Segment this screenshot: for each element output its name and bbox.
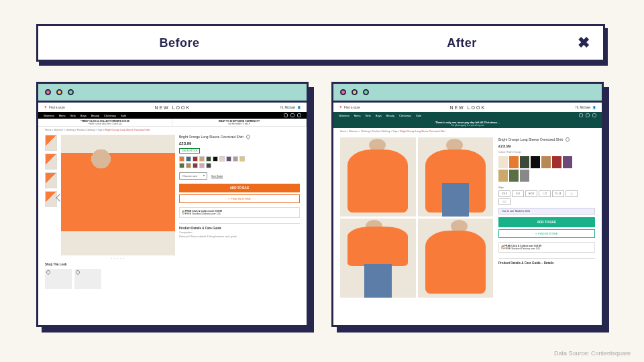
product-image[interactable] xyxy=(340,137,416,217)
traffic-close-icon xyxy=(340,89,346,95)
color-swatch[interactable] xyxy=(226,156,231,162)
primary-nav: Womens Mens Girls Boys Beauty Christmas … xyxy=(333,112,602,119)
variant-thumbnail[interactable] xyxy=(509,170,519,182)
nav-sale[interactable]: Sale xyxy=(416,114,421,117)
store-locator[interactable]: Find a store xyxy=(344,106,360,109)
breadcrumb[interactable]: Home > Womens > Clothing > Fashion Cloth… xyxy=(38,127,307,133)
variant-thumbnail[interactable] xyxy=(541,156,551,168)
nav-mens[interactable]: Mens xyxy=(354,114,361,117)
add-to-bag-button[interactable]: ADD TO BAG xyxy=(498,217,595,227)
add-to-bag-button[interactable]: ADD TO BAG xyxy=(179,184,300,192)
color-swatch[interactable] xyxy=(186,163,191,168)
size-option[interactable]: M 10 xyxy=(525,190,537,197)
wishlist-icon[interactable] xyxy=(586,113,590,117)
color-swatch[interactable] xyxy=(239,156,245,162)
nav-sale[interactable]: Sale xyxy=(121,114,126,117)
nav-boys[interactable]: Boys xyxy=(376,114,382,117)
nav-mens[interactable]: Mens xyxy=(59,114,66,117)
thumbnail[interactable] xyxy=(45,135,57,151)
banner-sub: Get gift-wrapping & a special sip now xyxy=(451,124,484,127)
size-option[interactable]: L 12 xyxy=(539,190,551,197)
user-icon: 👤 xyxy=(297,106,301,109)
product-image[interactable] xyxy=(418,137,494,217)
look-card[interactable] xyxy=(74,269,101,289)
heart-icon[interactable] xyxy=(246,134,251,139)
nav-womens[interactable]: Womens xyxy=(339,114,350,117)
primary-nav: Womens Mens Girls Boys Beauty Christmas … xyxy=(38,112,307,119)
variant-thumbnail[interactable] xyxy=(520,156,529,168)
product-price: £23.99 xyxy=(179,141,300,145)
color-swatch[interactable] xyxy=(179,156,184,162)
nav-beauty[interactable]: Beauty xyxy=(91,114,99,117)
look-card[interactable] xyxy=(45,269,72,289)
carousel-dots[interactable]: • • • • • xyxy=(61,257,175,260)
brand-logo[interactable]: NEW LOOK xyxy=(154,105,191,110)
size-option[interactable]: XL 14 xyxy=(552,190,564,197)
nav-womens[interactable]: Womens xyxy=(44,114,54,117)
nav-christmas[interactable]: Christmas xyxy=(104,114,116,117)
store-locator[interactable]: Find a store xyxy=(49,106,65,109)
product-image[interactable] xyxy=(340,219,416,298)
variant-thumbnail[interactable] xyxy=(552,156,561,168)
wishlist-icon[interactable] xyxy=(290,113,294,117)
thumbnail[interactable] xyxy=(45,154,57,170)
search-icon[interactable] xyxy=(579,113,583,117)
bag-icon[interactable] xyxy=(592,113,596,117)
nav-boys[interactable]: Boys xyxy=(80,114,87,117)
pin-icon: ⌖ xyxy=(535,232,537,235)
variant-thumbnail[interactable] xyxy=(531,156,540,168)
bag-icon[interactable] xyxy=(297,113,301,117)
find-in-store-button[interactable]: ⌖FIND IN STORE xyxy=(498,229,595,238)
details-accordion[interactable]: Product Details & Care Guide – Details xyxy=(498,258,595,265)
color-swatch[interactable] xyxy=(206,163,211,168)
heart-icon[interactable] xyxy=(565,137,570,142)
size-select[interactable]: Choose size xyxy=(179,172,207,180)
color-swatch[interactable] xyxy=(233,156,238,162)
product-title: Bright Orange Long Sleeve Oversized Shir… xyxy=(179,135,244,139)
variant-thumbnail[interactable] xyxy=(509,156,519,168)
size-guide-link[interactable]: Size Guide xyxy=(211,175,223,178)
nav-girls[interactable]: Girls xyxy=(70,114,76,117)
find-in-store-button[interactable]: ⌖FIND IN STORE xyxy=(179,194,300,203)
before-panel: 📍Find a store NEW LOOK Hi, Michael👤 Wome… xyxy=(36,82,309,327)
color-swatch[interactable] xyxy=(186,156,191,162)
thumbnail[interactable] xyxy=(45,191,57,207)
after-panel: 📍Find a store NEW LOOK Hi, Michael👤 Wome… xyxy=(331,82,604,327)
account-greeting[interactable]: Hi, Michael xyxy=(576,106,590,109)
heart-icon[interactable] xyxy=(75,269,80,275)
breadcrumb[interactable]: Home > Womens > Clothing > Fashion Cloth… xyxy=(333,128,602,135)
color-swatch[interactable] xyxy=(199,163,205,168)
product-main-image[interactable] xyxy=(61,135,175,255)
variant-thumbnail[interactable] xyxy=(563,156,572,168)
after-heading: After xyxy=(321,36,603,50)
color-swatch[interactable] xyxy=(219,156,225,162)
color-swatch[interactable] xyxy=(199,156,205,162)
variant-thumbnail[interactable] xyxy=(520,170,529,182)
search-icon[interactable] xyxy=(284,113,288,117)
variant-thumbnail[interactable] xyxy=(498,156,508,168)
product-title: Bright Orange Long Sleeve Oversized Shir… xyxy=(498,137,563,141)
traffic-min-icon xyxy=(352,89,358,95)
nav-christmas[interactable]: Christmas xyxy=(399,114,411,117)
brand-logo[interactable]: NEW LOOK xyxy=(449,105,486,110)
color-swatch[interactable] xyxy=(179,163,184,168)
nav-beauty[interactable]: Beauty xyxy=(386,114,394,117)
size-option[interactable]: XS 6 xyxy=(498,190,511,197)
size-option[interactable]: S 8 xyxy=(512,190,524,197)
account-greeting[interactable]: Hi, Michael xyxy=(280,106,295,109)
thumbnail[interactable] xyxy=(45,172,57,188)
color-swatch[interactable] xyxy=(206,156,211,162)
close-icon[interactable]: ✖ xyxy=(578,34,590,52)
color-swatch[interactable] xyxy=(193,156,198,162)
color-swatch[interactable] xyxy=(193,163,198,168)
variant-thumbnail[interactable] xyxy=(498,170,508,182)
colour-label: Colour: Bright Orange xyxy=(498,151,595,154)
product-image[interactable] xyxy=(418,219,494,298)
pin-icon: ⌖ xyxy=(228,197,229,200)
nav-girls[interactable]: Girls xyxy=(366,114,371,117)
details-accordion[interactable]: Product Details & Care Guide xyxy=(179,223,300,230)
color-swatch[interactable] xyxy=(213,156,218,162)
pin-icon: 📍 xyxy=(44,106,48,109)
heart-icon[interactable] xyxy=(46,269,51,275)
size-option: 2L xyxy=(566,190,578,197)
